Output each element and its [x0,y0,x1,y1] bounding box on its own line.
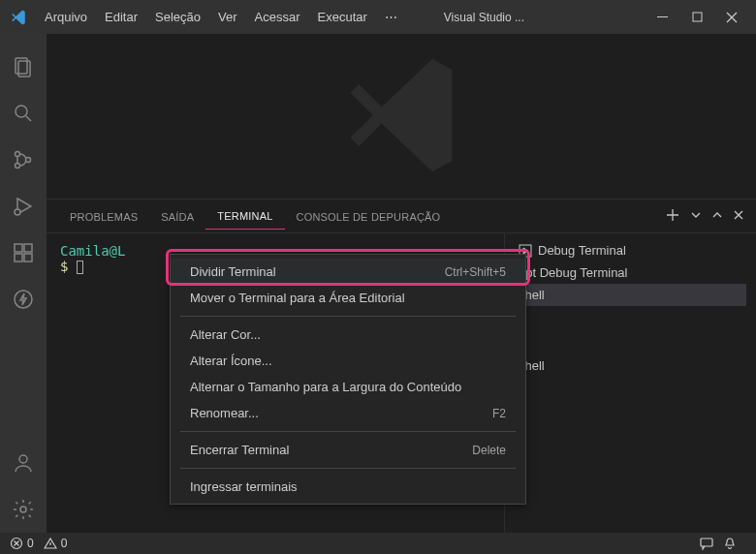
svg-point-13 [15,291,32,308]
terminal-context-menu: Dividir Terminal Ctrl+Shift+5 Mover o Te… [170,254,526,505]
titlebar: Arquivo Editar Seleção Ver Acessar Execu… [0,0,756,34]
ctx-encerrar-terminal[interactable]: Encerrar Terminal Delete [171,437,525,463]
menu-overflow[interactable]: ⋯ [377,6,405,28]
status-warnings[interactable]: 0 [44,537,68,550]
menu-ver[interactable]: Ver [210,6,245,28]
svg-rect-11 [24,254,32,262]
svg-rect-12 [24,244,32,252]
svg-rect-18 [701,539,712,546]
maximize-icon[interactable] [690,11,704,24]
menu-arquivo[interactable]: Arquivo [37,6,95,28]
ctx-mover-terminal[interactable]: Mover o Terminal para a Área Editorial [171,285,525,311]
statusbar: 0 0 [0,533,756,554]
svg-point-4 [16,106,27,117]
svg-point-7 [26,158,31,163]
terminal-list-item[interactable]: shell [515,284,746,306]
menu-editar[interactable]: Editar [97,6,145,28]
terminal-list: Debug Terminal ript Debug Terminal shell… [504,233,756,533]
bolt-icon[interactable] [0,276,47,323]
new-terminal-icon[interactable] [665,207,680,226]
terminal-list-item[interactable]: Debug Terminal [515,239,746,262]
ctx-separator [180,316,516,317]
explorer-icon[interactable] [0,44,47,90]
activity-bar [0,34,47,533]
terminal-dollar: $ [60,259,68,274]
account-icon[interactable] [0,440,47,486]
menu-executar[interactable]: Executar [310,6,375,28]
extensions-icon[interactable] [0,230,47,276]
svg-point-15 [20,507,26,512]
svg-rect-0 [657,16,668,17]
svg-point-14 [19,455,27,463]
source-control-icon[interactable] [0,137,47,183]
status-feedback-icon[interactable] [700,537,713,550]
app-title: Visual Studio ... [444,11,524,24]
svg-point-6 [16,164,20,169]
run-debug-icon[interactable] [0,183,47,230]
terminal-cursor [77,261,83,274]
chevron-up-icon[interactable] [711,209,723,224]
close-icon[interactable] [725,11,739,24]
menubar: Arquivo Editar Seleção Ver Acessar Execu… [37,6,405,28]
chevron-down-icon[interactable] [690,209,702,224]
svg-rect-9 [15,244,22,252]
svg-point-5 [16,152,20,157]
ctx-dividir-terminal[interactable]: Dividir Terminal Ctrl+Shift+5 [171,259,525,285]
ctx-separator [180,468,516,469]
menu-acessar[interactable]: Acessar [247,6,308,28]
tab-saida[interactable]: SAÍDA [149,203,205,230]
tab-console-depuracao[interactable]: CONSOLE DE DEPURAÇÃO [285,203,453,230]
panel-tabs: PROBLEMAS SAÍDA TERMINAL CONSOLE DE DEPU… [47,200,756,233]
terminal-item-label: ript Debug Terminal [519,265,627,280]
terminal-prompt: Camila@L [60,243,125,259]
terminal-item-label: Debug Terminal [538,243,626,258]
svg-point-8 [15,209,20,215]
minimize-icon[interactable] [655,11,669,24]
status-errors[interactable]: 0 [10,537,34,550]
status-bell-icon[interactable] [723,537,737,550]
window-controls [655,11,748,24]
ctx-renomear[interactable]: Renomear... F2 [171,400,525,426]
editor-area [47,34,756,199]
panel-close-icon[interactable] [733,209,744,224]
ctx-alterar-icone[interactable]: Alterar Ícone... [171,348,525,374]
vscode-logo-icon [10,9,27,26]
ctx-separator [180,431,516,432]
svg-rect-10 [15,254,22,262]
terminal-list-item[interactable]: shell [515,354,746,377]
tab-problemas[interactable]: PROBLEMAS [58,203,149,230]
svg-rect-1 [693,13,702,21]
search-icon[interactable] [0,90,47,137]
gear-icon[interactable] [0,486,47,533]
tab-terminal[interactable]: TERMINAL [205,202,284,230]
ctx-alterar-cor[interactable]: Alterar Cor... [171,322,525,348]
ctx-ingressar-terminais[interactable]: Ingressar terminais [171,474,525,500]
terminal-list-item[interactable]: ript Debug Terminal [515,262,746,284]
vscode-watermark-icon [333,47,469,186]
menu-selecao[interactable]: Seleção [147,6,208,28]
ctx-alternar-tamanho[interactable]: Alternar o Tamanho para a Largura do Con… [171,374,525,400]
